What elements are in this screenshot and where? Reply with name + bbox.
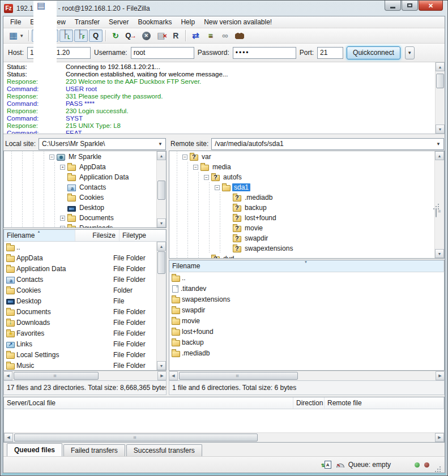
tab-failed-transfers[interactable]: Failed transfers: [63, 444, 125, 456]
collapse-toggle[interactable]: −: [204, 175, 209, 180]
toggle-remote-tree-button[interactable]: ├F: [74, 29, 88, 42]
menu-item-file[interactable]: File: [6, 17, 25, 27]
tree-item-application-data[interactable]: Application Data: [4, 172, 156, 182]
file-row-links[interactable]: LinksFile Folder: [4, 338, 156, 349]
file-row-desktop[interactable]: DesktopFile: [4, 295, 156, 306]
transfer-type-icon[interactable]: A: [325, 461, 331, 469]
local-list-hscrollbar[interactable]: ◀ ▶: [3, 371, 167, 380]
log-vscrollbar[interactable]: ▲ ▼: [435, 62, 445, 134]
file-row-application-data[interactable]: Application DataFile Folder: [4, 263, 156, 274]
column-header-filename[interactable]: Filename▼: [169, 260, 444, 272]
tree-item-lost-found[interactable]: lost+found: [169, 213, 434, 223]
scroll-right-arrow[interactable]: ▶: [436, 371, 445, 380]
remote-list-hscrollbar-thumb[interactable]: [179, 372, 298, 380]
remote-list-hscrollbar[interactable]: ◀ ▶: [169, 371, 445, 380]
local-tree-vscrollbar-thumb[interactable]: [157, 181, 165, 200]
tree-item-contacts[interactable]: Contacts: [4, 182, 156, 192]
file-row-music[interactable]: MusicFile Folder: [4, 360, 156, 371]
file-row-contacts[interactable]: ContactsFile Folder: [4, 274, 156, 285]
chevron-down-icon[interactable]: ▼: [434, 141, 442, 147]
scroll-left-arrow[interactable]: ◀: [3, 371, 12, 380]
scroll-up-arrow[interactable]: ▲: [436, 62, 445, 71]
menu-item-server[interactable]: Server: [104, 17, 133, 27]
file-row-titandev[interactable]: .titandev: [169, 283, 444, 294]
scroll-up-arrow[interactable]: ▲: [157, 151, 166, 160]
file-row-local-settings[interactable]: Local SettingsFile Folder: [4, 349, 156, 360]
collapse-toggle[interactable]: −: [182, 155, 187, 160]
file-row-backup[interactable]: backup: [169, 337, 444, 348]
close-button[interactable]: ✕: [419, 1, 443, 11]
tree-item-backup[interactable]: backup: [169, 203, 434, 213]
queue-column-server-local-file[interactable]: Server/Local file: [4, 397, 293, 409]
file-row-favorites[interactable]: FavoritesFile Folder: [4, 328, 156, 338]
remote-tree-vscrollbar[interactable]: ▲ ▼: [434, 151, 444, 258]
scroll-down-arrow[interactable]: ▼: [435, 249, 444, 258]
tree-item-mr-sparkle[interactable]: −Mr Sparkle: [4, 152, 156, 162]
local-site-combobox[interactable]: C:\Users\Mr Sparkle\ ▼: [39, 138, 166, 150]
tree-item-var[interactable]: −var: [169, 152, 434, 162]
process-queue-button[interactable]: Q→: [123, 29, 138, 42]
scroll-down-arrow[interactable]: ▼: [157, 218, 166, 228]
remote-site-combobox[interactable]: /var/media/autofs/sda1 ▼: [211, 138, 444, 150]
tree-item-dvd[interactable]: dvd: [169, 254, 434, 258]
file-row-swapdir[interactable]: swapdir: [169, 305, 444, 315]
toggle-local-tree-button[interactable]: ├L: [59, 29, 73, 42]
tree-item-autofs[interactable]: −autofs: [169, 172, 434, 182]
password-input[interactable]: [233, 47, 296, 59]
tree-item-swapdir[interactable]: swapdir: [169, 233, 434, 243]
maximize-button[interactable]: [402, 1, 418, 11]
file-row-lost-found[interactable]: lost+found: [169, 326, 444, 337]
file-row-documents[interactable]: DocumentsFile Folder: [4, 306, 156, 317]
menu-item-bookmarks[interactable]: Bookmarks: [133, 17, 176, 27]
tree-item-cookies[interactable]: Cookies: [4, 192, 156, 203]
resize-grip[interactable]: [434, 465, 441, 473]
collapse-toggle[interactable]: −: [215, 185, 220, 190]
tree-item-sda1[interactable]: −sda1: [169, 182, 434, 192]
expand-toggle[interactable]: +: [60, 216, 65, 221]
collapse-toggle[interactable]: −: [193, 165, 198, 170]
synchronized-browsing-button[interactable]: ≡: [203, 29, 217, 42]
toggle-message-log-button[interactable]: ▤: [32, 29, 58, 42]
file-row-[interactable]: ..: [169, 272, 444, 283]
tree-item-downloads[interactable]: +Downloads: [4, 223, 156, 228]
file-row-mediadb[interactable]: .mediadb: [169, 348, 444, 358]
tree-item-documents[interactable]: +Documents: [4, 213, 156, 223]
reconnect-button[interactable]: R: [169, 29, 182, 42]
tree-item-swapextensions[interactable]: swapextensions: [169, 243, 434, 254]
site-manager-button[interactable]: ▦▼: [7, 29, 25, 42]
file-row-[interactable]: ..: [4, 242, 156, 252]
scroll-down-arrow[interactable]: ▼: [157, 361, 166, 370]
tree-item-appdata[interactable]: +AppData: [4, 162, 156, 172]
local-tree-vscrollbar[interactable]: ▲ ▼: [156, 151, 166, 228]
toggle-queue-button[interactable]: Q: [89, 29, 103, 42]
scroll-right-arrow[interactable]: ▶: [435, 433, 444, 442]
directory-comparison-button[interactable]: ⇄: [189, 29, 202, 42]
speed-limits-icon[interactable]: [336, 462, 344, 468]
title-bar[interactable]: Fz 192.168.1.20 - root@192.168.1.20 - Fi…: [1, 1, 447, 16]
tab-successful-transfers[interactable]: Successful transfers: [126, 444, 202, 456]
tree-item-media[interactable]: −media: [169, 162, 434, 172]
queue-column-direction[interactable]: Direction: [293, 397, 325, 409]
tree-item-desktop[interactable]: Desktop: [4, 203, 156, 213]
scroll-right-arrow[interactable]: ▶: [157, 371, 167, 380]
scroll-left-arrow[interactable]: ◀: [169, 371, 178, 380]
file-row-appdata[interactable]: AppDataFile Folder: [4, 252, 156, 263]
remote-tree-vscrollbar-thumb[interactable]: [436, 208, 437, 217]
quickconnect-dropdown-button[interactable]: ▼: [405, 46, 415, 59]
column-header-filename[interactable]: Filename▲: [4, 230, 75, 241]
minimize-button[interactable]: [385, 1, 401, 11]
scroll-left-arrow[interactable]: ◀: [4, 433, 13, 442]
expand-toggle[interactable]: +: [60, 165, 65, 170]
log-vscrollbar-thumb[interactable]: [436, 74, 444, 88]
menu-item-transfer[interactable]: Transfer: [70, 17, 104, 27]
queue-hscrollbar-thumb[interactable]: [14, 434, 258, 441]
local-list-hscrollbar-thumb[interactable]: [14, 372, 99, 380]
menu-item-help[interactable]: Help: [176, 17, 199, 27]
refresh-button[interactable]: ↻: [109, 29, 122, 42]
port-input[interactable]: [317, 47, 343, 59]
collapse-toggle[interactable]: −: [49, 155, 54, 160]
menu-item-new-version-available[interactable]: New version available!: [199, 17, 276, 27]
quickconnect-button[interactable]: Quickconnect: [347, 46, 400, 59]
scroll-up-arrow[interactable]: ▲: [157, 242, 166, 251]
file-row-cookies[interactable]: CookiesFolder: [4, 285, 156, 295]
